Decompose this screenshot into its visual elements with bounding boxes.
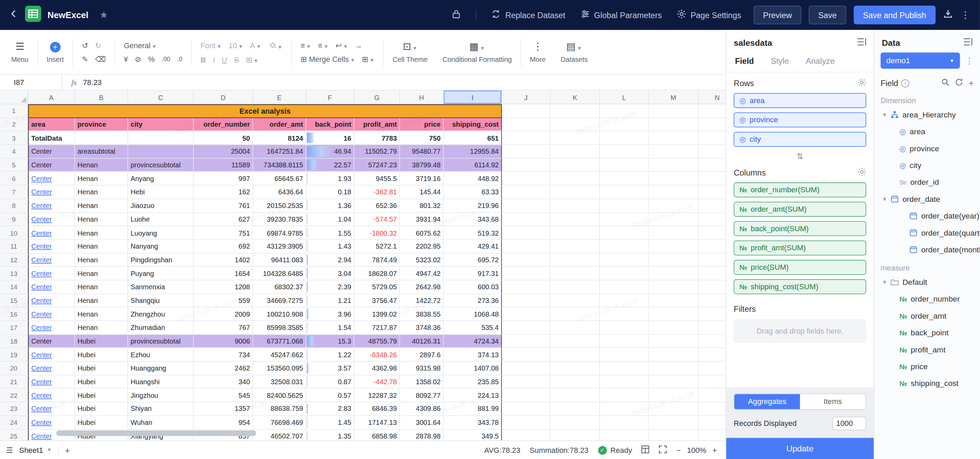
column-header-cell[interactable]: profit_amt <box>354 118 400 132</box>
grid-cell[interactable] <box>128 132 194 145</box>
empty-cell[interactable] <box>699 253 726 267</box>
grid-cell[interactable]: -6348.26 <box>354 348 400 362</box>
empty-cell[interactable] <box>699 321 726 335</box>
empty-cell[interactable] <box>550 240 600 253</box>
column-header-N[interactable]: N <box>699 91 726 103</box>
empty-cell[interactable] <box>649 362 699 375</box>
row-number[interactable]: 3 <box>0 132 28 145</box>
grid-cell[interactable]: -442.78 <box>354 375 400 389</box>
empty-cell[interactable] <box>600 375 649 389</box>
empty-cell[interactable] <box>600 240 649 253</box>
fullscreen-icon[interactable] <box>659 445 667 455</box>
area-link[interactable]: Center <box>31 297 52 304</box>
download-icon[interactable] <box>943 9 953 22</box>
area-link[interactable]: Center <box>31 391 52 399</box>
grid-cell[interactable]: 734388.8115 <box>253 159 306 172</box>
grid-cell[interactable]: Zhengzhou <box>128 307 194 321</box>
grid-cell[interactable]: Center <box>28 321 75 335</box>
grid-cell[interactable]: 88638.759 <box>253 402 306 416</box>
grid-cell[interactable]: 7217.87 <box>354 321 400 335</box>
grid-cell[interactable]: 219.96 <box>444 199 502 213</box>
area-link[interactable]: Center <box>31 216 52 223</box>
column-field-chip[interactable]: №profit_amt(SUM) <box>733 240 866 256</box>
row-number[interactable]: 1 <box>0 104 28 118</box>
row-number[interactable]: 16 <box>0 307 28 321</box>
field-item-order-id[interactable]: Str.order_id <box>874 173 980 190</box>
empty-cell[interactable] <box>550 416 600 430</box>
font-color-icon[interactable]: A▼ <box>250 41 261 50</box>
grid-cell[interactable]: 11589 <box>194 159 253 172</box>
empty-cell[interactable] <box>600 280 649 294</box>
grid-cell[interactable]: Henan <box>75 267 128 280</box>
grid-cell[interactable]: Center <box>28 240 75 253</box>
empty-cell[interactable] <box>502 375 551 389</box>
grid-cell[interactable]: 374.13 <box>444 348 502 362</box>
empty-cell[interactable] <box>649 375 699 389</box>
empty-cell[interactable] <box>502 429 551 440</box>
empty-cell[interactable] <box>600 335 649 348</box>
row-number[interactable]: 20 <box>0 362 28 375</box>
grid-cell[interactable]: 45247.662 <box>253 348 306 362</box>
grid-cell[interactable]: Huangshi <box>128 375 194 389</box>
empty-cell[interactable] <box>502 145 551 159</box>
global-parameters-button[interactable]: Global Parameters <box>580 9 662 21</box>
empty-cell[interactable] <box>550 145 600 159</box>
empty-cell[interactable] <box>550 294 600 308</box>
empty-cell[interactable] <box>600 199 649 213</box>
grid-cell[interactable]: 734 <box>194 348 253 362</box>
grid-cell[interactable]: Center <box>28 226 75 240</box>
grid-cell[interactable]: 1.45 <box>306 416 354 430</box>
column-header-cell[interactable]: order_number <box>194 118 253 132</box>
grid-cell[interactable]: 6075.62 <box>400 226 444 240</box>
empty-cell[interactable] <box>550 348 600 362</box>
empty-cell[interactable] <box>550 429 600 440</box>
empty-cell[interactable] <box>649 213 699 226</box>
fill-color-icon[interactable]: ▼ <box>268 40 282 50</box>
grid-cell[interactable]: 1399.02 <box>354 307 400 321</box>
area-link[interactable]: Center <box>31 188 52 196</box>
empty-cell[interactable] <box>502 199 551 213</box>
empty-cell[interactable] <box>502 159 551 172</box>
empty-cell[interactable] <box>649 389 699 402</box>
empty-cell[interactable] <box>550 402 600 416</box>
row-field-chip[interactable]: ◎area <box>733 93 866 108</box>
grid-cell[interactable]: 235.85 <box>444 375 502 389</box>
grid-cell[interactable]: 162 <box>194 186 253 199</box>
grid-cell[interactable]: 39230.7835 <box>253 213 306 226</box>
area-link[interactable]: Center <box>31 432 52 440</box>
area-link[interactable]: Center <box>31 405 52 413</box>
empty-cell[interactable] <box>550 335 600 348</box>
decrease-decimal-icon[interactable]: .0 <box>177 56 182 62</box>
empty-cell[interactable] <box>649 145 699 159</box>
column-header-M[interactable]: M <box>649 91 699 103</box>
grid-cell[interactable]: 15.3 <box>306 335 354 348</box>
borders-icon[interactable]: ⊞▼ <box>246 55 259 64</box>
zoom-out-button[interactable]: − <box>676 446 681 454</box>
grid-cell[interactable]: Nanyang <box>128 240 194 253</box>
grid-cell[interactable]: Center <box>28 267 75 280</box>
empty-cell[interactable] <box>502 240 551 253</box>
grid-cell[interactable]: 750 <box>400 132 444 145</box>
grid-cell[interactable]: Pingdingshan <box>128 253 194 267</box>
grid-cell[interactable]: Henan <box>75 253 128 267</box>
grid-cell[interactable]: 6858.98 <box>354 429 400 440</box>
format-painter-icon[interactable]: ✎ <box>82 55 88 64</box>
sheets-list-icon[interactable]: ☰ <box>6 446 13 454</box>
search-icon[interactable] <box>941 78 949 88</box>
grid-cell[interactable]: Ezhou <box>128 348 194 362</box>
column-header-cell[interactable]: city <box>128 118 194 132</box>
area-link[interactable]: Center <box>31 229 52 236</box>
grid-cell[interactable]: 1.22 <box>306 348 354 362</box>
grid-cell[interactable]: 4309.86 <box>400 402 444 416</box>
grid-cell[interactable]: 3756.47 <box>354 294 400 308</box>
split-cells-icon[interactable]: ⊞▼ <box>362 55 374 64</box>
grid-cell[interactable]: 600.03 <box>444 280 502 294</box>
row-number[interactable]: 22 <box>0 389 28 402</box>
grid-cell[interactable]: Henan <box>75 240 128 253</box>
column-header-D[interactable]: D <box>194 91 253 103</box>
grid-cell[interactable]: 40126.31 <box>400 335 444 348</box>
grid-cell[interactable]: 2009 <box>194 307 253 321</box>
row-number[interactable]: 14 <box>0 280 28 294</box>
grid-cell[interactable]: 917.31 <box>444 267 502 280</box>
column-header-B[interactable]: B <box>75 91 128 103</box>
